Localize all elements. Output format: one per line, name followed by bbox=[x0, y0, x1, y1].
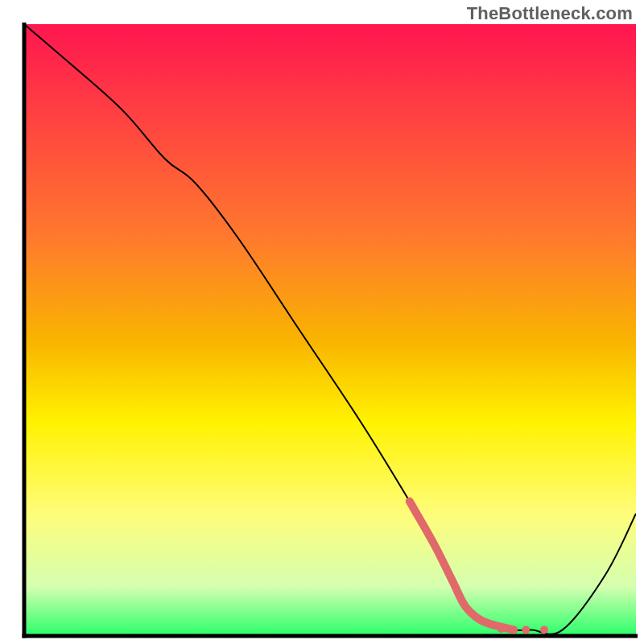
gradient-background bbox=[24, 24, 636, 636]
svg-point-4 bbox=[510, 625, 518, 634]
watermark-label: TheBottleneck.com bbox=[467, 3, 633, 24]
chart-frame: TheBottleneck.com bbox=[0, 0, 644, 644]
svg-point-6 bbox=[540, 625, 548, 634]
svg-point-5 bbox=[522, 625, 530, 634]
bottleneck-chart bbox=[0, 0, 644, 644]
svg-point-3 bbox=[497, 625, 506, 633]
